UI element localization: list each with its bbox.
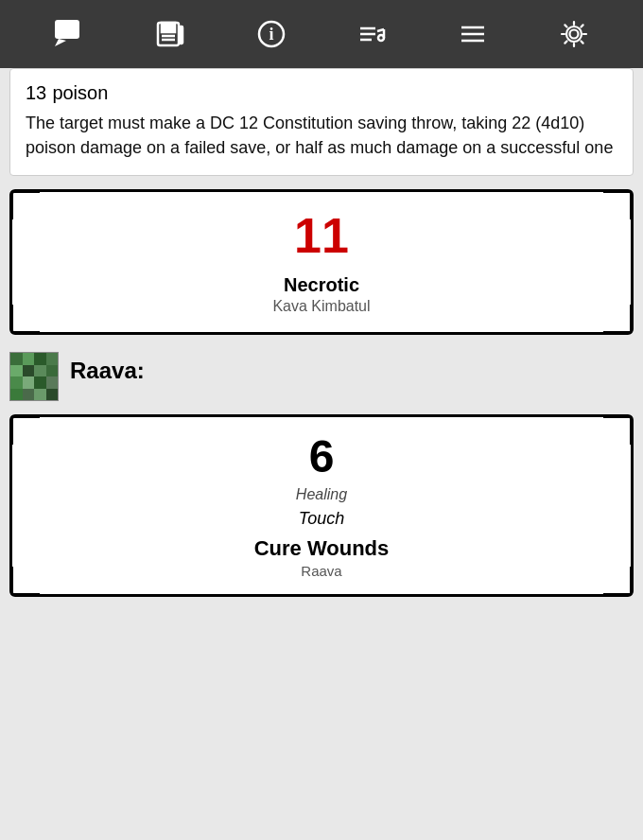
raava-avatar	[9, 352, 59, 401]
chat-icon[interactable]	[48, 13, 90, 55]
avatar-cell	[46, 376, 59, 389]
avatar-cell	[34, 365, 46, 377]
healing-roll-type: Healing	[27, 486, 616, 503]
necrotic-roll-type: Necrotic	[27, 274, 616, 296]
healing-caster: Raava	[27, 563, 616, 579]
avatar-cell	[46, 365, 59, 377]
poison-title: 13 poison	[26, 80, 617, 105]
toolbar: i	[0, 0, 643, 68]
svg-rect-0	[55, 20, 79, 39]
settings-gear-icon[interactable]	[553, 13, 595, 55]
avatar-cell	[34, 376, 46, 389]
avatar-cell	[46, 389, 59, 401]
raava-label: Raava:	[70, 352, 145, 384]
svg-rect-3	[162, 23, 175, 32]
avatar-cell	[34, 389, 46, 401]
avatar-cell	[34, 353, 46, 365]
avatar-cell	[23, 365, 35, 377]
svg-text:i: i	[269, 25, 273, 44]
roll-card-content: 11 Necrotic Kava Kimbatul	[27, 209, 616, 315]
avatar-cell	[10, 353, 23, 365]
necrotic-roll-card[interactable]: 11 Necrotic Kava Kimbatul	[9, 189, 634, 335]
content-area: 13 poison The target must make a DC 12 C…	[0, 68, 643, 597]
avatar-cell	[23, 376, 35, 389]
necrotic-roll-caster: Kava Kimbatul	[27, 298, 616, 315]
raava-section: Raava:	[0, 348, 643, 401]
info-icon[interactable]: i	[251, 13, 292, 55]
healing-spell-label: Touch	[27, 509, 616, 529]
poison-card: 13 poison The target must make a DC 12 C…	[9, 68, 634, 176]
avatar-cell	[46, 353, 59, 365]
poison-description: The target must make a DC 12 Constitutio…	[26, 111, 617, 160]
avatar-cell	[10, 389, 23, 401]
healing-spell-name: Cure Wounds	[27, 536, 616, 561]
necrotic-roll-number: 11	[27, 209, 616, 263]
poison-text: poison	[52, 82, 108, 103]
poison-number: 13	[26, 82, 46, 103]
newspaper-icon[interactable]	[149, 13, 191, 55]
list-music-icon[interactable]	[351, 13, 392, 55]
healing-roll-card[interactable]: 6 Healing Touch Cure Wounds Raava	[9, 414, 634, 597]
svg-point-18	[569, 30, 578, 39]
avatar-cell	[10, 376, 23, 389]
menu-list-icon[interactable]	[452, 13, 494, 55]
avatar-cell	[10, 365, 23, 377]
healing-roll-number: 6	[27, 432, 616, 482]
svg-rect-6	[180, 26, 182, 44]
avatar-cell	[23, 389, 35, 401]
avatar-cell	[23, 353, 35, 365]
svg-marker-1	[55, 39, 66, 46]
